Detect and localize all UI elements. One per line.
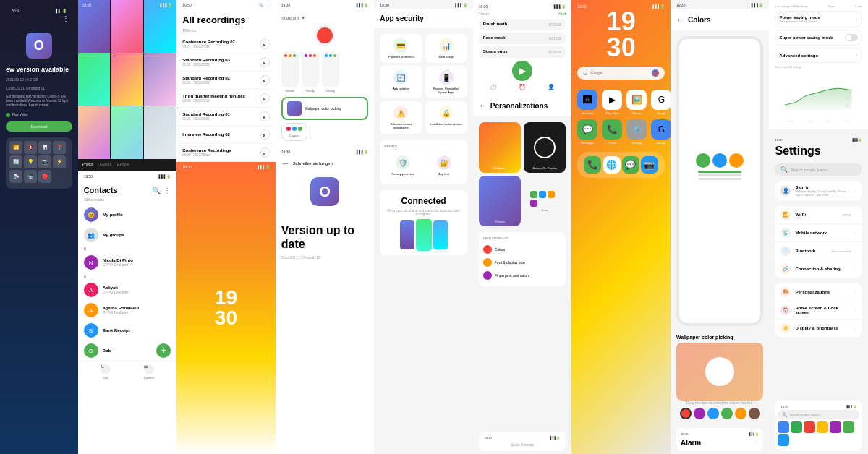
qs-icon-10[interactable]: 🖥️	[24, 170, 37, 183]
qs-icon-2[interactable]: 🔇	[24, 141, 37, 154]
power-saving-item[interactable]: Power saving mode Can last about 2 d 1 h…	[775, 11, 862, 27]
r1-play-button[interactable]: ▶	[260, 39, 270, 49]
dock-phone[interactable]: 📞	[584, 156, 601, 174]
bottom-app-6[interactable]	[843, 421, 854, 433]
r5-play-button[interactable]: ▶	[260, 111, 270, 121]
pers-back-button[interactable]: ←	[479, 100, 488, 111]
more-icon[interactable]: ⋮	[62, 14, 69, 22]
contact-nicola[interactable]: N Nicola Di Pinto OPPO Designer	[78, 252, 177, 273]
font-item[interactable]: Font & display size	[483, 256, 562, 269]
app-messages[interactable]: 💬 Messages	[577, 119, 597, 145]
gallery-cell-6[interactable]	[144, 53, 176, 106]
bottom-app-2[interactable]	[791, 421, 802, 433]
sec-app-updates[interactable]: 🔄 App updates	[380, 66, 422, 98]
bottom-app-1[interactable]	[778, 421, 789, 433]
recording-2[interactable]: Standard Recording 03 01:26 · 2022/05/02…	[176, 53, 276, 72]
sec-payment[interactable]: 💳 Payment protection	[380, 34, 422, 63]
dock-browser[interactable]: 🌐	[603, 156, 621, 174]
qs-icon-5[interactable]: 🔄	[9, 155, 22, 168]
recording-5[interactable]: Standard Recording 01 01:26 · 2022/05/01…	[176, 108, 276, 126]
qs-icon-9[interactable]: 📡	[9, 170, 22, 183]
record-icon[interactable]	[315, 25, 335, 46]
super-power-item[interactable]: Super power saving mode	[775, 30, 862, 46]
color-pick-orange[interactable]	[735, 408, 746, 419]
aod-card[interactable]: Always On Display	[524, 122, 566, 173]
search-icon[interactable]: 🔍	[152, 187, 161, 194]
timer-icon-2[interactable]: ⏰	[519, 84, 526, 90]
sec-unknown[interactable]: ⚠️ Unknown source installations	[380, 101, 422, 134]
app-google[interactable]: G Google	[651, 90, 671, 115]
app-assistant[interactable]: 🅰 Assistant	[577, 90, 597, 115]
launcher-search-bar[interactable]: G Google	[577, 67, 665, 80]
tab-photos[interactable]: Photos	[82, 162, 94, 168]
gallery-cell-5[interactable]	[111, 53, 143, 106]
sec-data-usage[interactable]: 📊 Data usage	[425, 34, 467, 63]
sec-install-auth[interactable]: 🔒 Installation authentication	[425, 101, 467, 134]
tab-albums[interactable]: Albums	[99, 162, 111, 168]
play-label[interactable]: Play Video	[12, 113, 27, 116]
bluetooth-item[interactable]: 🦷 Bluetooth Not connected ›	[775, 242, 862, 260]
mobile-network-item[interactable]: 📡 Mobile network ›	[775, 224, 862, 242]
wallpaper-color-option[interactable]: Wallpaper color picking	[281, 97, 369, 120]
display-item[interactable]: ☀️ Display & brightness ›	[775, 320, 862, 337]
color-pick-brown[interactable]	[749, 408, 760, 419]
camera-action[interactable]: 📷 Camera	[144, 364, 154, 380]
qs-icon-3[interactable]: 🦷	[38, 141, 51, 154]
icons-card[interactable]: Icons	[524, 176, 566, 226]
timer-play-button[interactable]: ▶	[512, 61, 532, 81]
gallery-cell-9[interactable]	[144, 106, 176, 159]
tab-explore[interactable]: Explore	[117, 162, 129, 168]
mic-icon[interactable]	[652, 69, 659, 77]
wallpaper-card[interactable]: Wallpaper	[479, 122, 521, 173]
dock-camera[interactable]: 📷	[641, 156, 658, 174]
bottom-app-5[interactable]	[830, 421, 841, 433]
more-recordings-icon[interactable]: ⋮	[266, 3, 270, 7]
add-contact-button[interactable]: +	[156, 343, 171, 358]
wifi-item[interactable]: 📶 Wi-Fi OPPO ›	[775, 206, 862, 224]
qs-icon-11[interactable]: ⛔	[38, 170, 51, 183]
contact-bob[interactable]: B Bob +	[78, 340, 177, 361]
app-playstore[interactable]: ▶ Play Store	[602, 90, 622, 115]
qs-icon-1[interactable]: 📶	[9, 141, 22, 154]
sec-recover[interactable]: 📱 Recover Uninstalled System Apps	[425, 66, 467, 98]
gallery-cell-8[interactable]	[111, 106, 143, 159]
r7-play-button[interactable]: ▶	[260, 147, 270, 158]
recording-7[interactable]: Conference Recordings 60:00 · 2022/05/19…	[176, 144, 276, 162]
color-pick-blue[interactable]	[707, 408, 719, 419]
app-google-2[interactable]: G Google	[651, 119, 671, 145]
more-icon[interactable]: ⋮	[163, 187, 171, 194]
app-lock[interactable]: 🔐 App lock	[425, 151, 463, 180]
colors-item[interactable]: Colors	[483, 243, 562, 256]
r4-play-button[interactable]: ▶	[260, 93, 270, 103]
contact-aaliyah[interactable]: A Aaliyah OPPO Designer	[78, 280, 177, 300]
gallery-cell-1[interactable]	[78, 0, 111, 53]
theme-chiney[interactable]: Chiney	[322, 51, 339, 93]
alarm-more-icon[interactable]: ⋮	[753, 440, 759, 446]
my-profile[interactable]: 😊 My profile	[78, 205, 177, 225]
gallery-cell-3[interactable]	[144, 0, 176, 53]
themes-card[interactable]: Themes	[479, 176, 521, 226]
r2-play-button[interactable]: ▶	[260, 57, 270, 67]
qs-icon-7[interactable]: 📷	[38, 155, 51, 168]
color-pick-purple[interactable]	[694, 408, 705, 419]
contact-agatha[interactable]: A Agatha Roosevelt OPPO Designer	[78, 300, 177, 320]
theme-trendy[interactable]: Trendy	[302, 51, 319, 93]
homescreen-item[interactable]: 🏠 Home screen & Lock screen ›	[775, 301, 862, 320]
bottom-app-7[interactable]	[778, 434, 789, 446]
colors-back-button[interactable]: ←	[676, 14, 685, 25]
r3-play-button[interactable]: ▶	[260, 75, 270, 85]
timer-icon-3[interactable]: 👤	[548, 84, 555, 90]
dock-messages[interactable]: 💬	[622, 156, 639, 174]
super-power-toggle[interactable]	[845, 34, 858, 41]
my-groups[interactable]: 👥 My groups	[78, 225, 177, 245]
call-action[interactable]: 📞 Call	[101, 364, 111, 380]
app-phone[interactable]: 📞 Phone	[602, 119, 622, 145]
signin-item[interactable]: 👤 Sign in Manage HeyTap Cloud, Find My P…	[775, 181, 862, 200]
contact-bank[interactable]: B Bank Receipt	[78, 320, 177, 340]
timer-icon-1[interactable]: ⏱️	[490, 84, 497, 90]
qs-icon-8[interactable]: ⚡	[53, 155, 66, 168]
theme-default[interactable]: Default	[281, 51, 299, 93]
settings-search[interactable]: 🔍 Search, people, places...	[775, 163, 862, 176]
recording-3[interactable]: Standard Recording 02 01:26 · 2022/05/01…	[176, 72, 276, 90]
bottom-search-bar[interactable]: 🔍 Search, people, places...	[778, 410, 859, 419]
